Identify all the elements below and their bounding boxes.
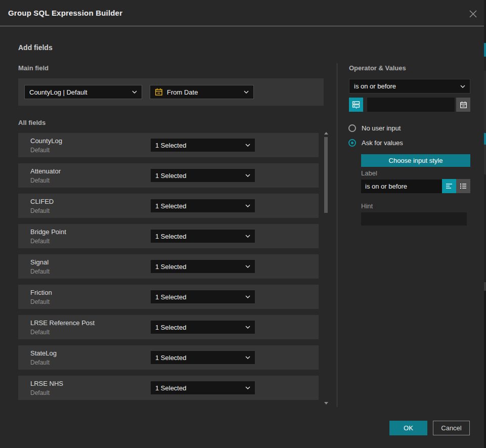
- label-field-label: Label: [361, 169, 377, 177]
- field-values-dropdown-value: 1 Selected: [155, 142, 245, 149]
- chevron-down-icon: [245, 326, 250, 329]
- layer-dropdown-value: CountyLog | Default: [29, 88, 132, 96]
- field-name: Signal: [30, 258, 147, 266]
- chevron-down-icon: [245, 386, 250, 389]
- field-values-dropdown[interactable]: 1 Selected: [150, 290, 255, 304]
- field-name: LRSE Reference Post: [30, 319, 147, 327]
- field-row-lrse-reference-post: LRSE Reference Post Default 1 Selected: [18, 315, 319, 339]
- scrollbar-down-arrow[interactable]: [324, 401, 328, 405]
- radio-button: [348, 139, 356, 147]
- value-input[interactable]: [367, 98, 455, 112]
- calendar-date-icon: [155, 88, 163, 96]
- date-picker-button[interactable]: [456, 98, 470, 112]
- field-subtitle: Default: [30, 176, 147, 185]
- field-values-dropdown-value: 1 Selected: [155, 172, 245, 180]
- field-name: Friction: [30, 288, 147, 297]
- field-subtitle: Default: [30, 359, 147, 367]
- field-values-dropdown-value: 1 Selected: [155, 263, 245, 271]
- field-subtitle: Default: [30, 146, 147, 154]
- field-subtitle: Default: [30, 207, 147, 215]
- operator-dropdown[interactable]: is on or before: [349, 79, 470, 94]
- single-line-input-style-button[interactable]: [442, 179, 456, 193]
- main-field-heading: Main field: [18, 64, 49, 72]
- field-name: Bridge Point: [30, 228, 147, 236]
- chevron-down-icon: [244, 91, 249, 94]
- chevron-down-icon: [460, 85, 465, 88]
- add-fields-heading: Add fields: [18, 43, 53, 52]
- close-icon[interactable]: [468, 9, 478, 19]
- radio-label: No user input: [362, 124, 401, 132]
- main-field-dropdown[interactable]: From Date: [150, 85, 254, 99]
- field-row-attenuator: Attenuator Default 1 Selected: [18, 163, 319, 188]
- field-subtitle: Default: [30, 267, 147, 276]
- field-row-signal: Signal Default 1 Selected: [18, 254, 319, 279]
- field-name: CLIFED: [30, 197, 147, 206]
- all-fields-heading: All fields: [18, 119, 46, 126]
- field-values-dropdown-value: 1 Selected: [155, 293, 245, 301]
- background-app-edge: [484, 0, 486, 448]
- field-row-bridge-point: Bridge Point Default 1 Selected: [18, 224, 319, 248]
- chevron-down-icon: [245, 174, 250, 177]
- chevron-down-icon: [245, 356, 250, 359]
- field-name: Attenuator: [30, 167, 147, 175]
- field-values-dropdown[interactable]: 1 Selected: [150, 199, 255, 213]
- field-row-statelog: StateLog Default 1 Selected: [18, 345, 319, 370]
- set-from-data-button[interactable]: [349, 98, 363, 112]
- field-name: CountyLog: [30, 137, 147, 145]
- chevron-down-icon: [245, 144, 250, 147]
- radio-ask-for-values[interactable]: Ask for values: [348, 139, 403, 147]
- scrollbar-up-arrow[interactable]: [324, 131, 328, 135]
- field-values-dropdown[interactable]: 1 Selected: [150, 229, 255, 243]
- group-sql-expression-builder-dialog: { "dialog": { "title": "Group SQL Expres…: [0, 0, 486, 448]
- field-values-dropdown-value: 1 Selected: [155, 354, 245, 362]
- field-values-dropdown[interactable]: 1 Selected: [150, 320, 255, 334]
- hint-input[interactable]: [361, 212, 467, 226]
- ok-button[interactable]: OK: [389, 421, 427, 435]
- field-values-dropdown[interactable]: 1 Selected: [150, 168, 255, 183]
- field-values-dropdown-value: 1 Selected: [155, 233, 245, 240]
- field-subtitle: Default: [30, 328, 147, 336]
- chevron-down-icon: [245, 235, 250, 238]
- field-values-dropdown-value: 1 Selected: [155, 384, 245, 392]
- field-values-dropdown[interactable]: 1 Selected: [150, 381, 255, 395]
- chevron-down-icon: [132, 91, 137, 94]
- field-values-dropdown-value: 1 Selected: [155, 324, 245, 331]
- field-row-clifed: CLIFED Default 1 Selected: [18, 194, 319, 218]
- main-field-dropdown-value: From Date: [167, 88, 240, 96]
- field-name: LRSE NHS: [30, 379, 147, 388]
- chevron-down-icon: [245, 295, 250, 298]
- chevron-down-icon: [245, 204, 250, 207]
- choose-input-style-button[interactable]: Choose input style: [361, 154, 470, 167]
- layer-dropdown[interactable]: CountyLog | Default: [24, 85, 142, 99]
- radio-button: [348, 124, 356, 132]
- dialog-header: Group SQL Expression Builder: [0, 0, 484, 26]
- operator-dropdown-value: is on or before: [354, 82, 460, 90]
- field-subtitle: Default: [30, 389, 147, 397]
- label-input[interactable]: [361, 180, 442, 193]
- field-row-countylog: CountyLog Default 1 Selected: [18, 133, 319, 157]
- list-input-style-button[interactable]: [456, 179, 470, 193]
- scrollbar-thumb[interactable]: [324, 137, 328, 213]
- field-values-dropdown[interactable]: 1 Selected: [150, 259, 255, 274]
- dialog-title: Group SQL Expression Builder: [8, 9, 122, 17]
- field-values-dropdown[interactable]: 1 Selected: [150, 138, 255, 152]
- panel-divider: [337, 63, 337, 407]
- calendar-icon: [460, 101, 467, 109]
- field-subtitle: Default: [30, 298, 147, 306]
- radio-label: Ask for values: [362, 139, 403, 147]
- chevron-down-icon: [245, 265, 250, 268]
- field-row-friction: Friction Default 1 Selected: [18, 285, 319, 309]
- cancel-button[interactable]: Cancel: [433, 421, 470, 435]
- operator-values-heading: Operator & Values: [349, 64, 406, 72]
- field-values-dropdown[interactable]: 1 Selected: [150, 350, 255, 365]
- field-row-lrse-nhs: LRSE NHS Default 1 Selected: [18, 376, 319, 400]
- align-left-lines-icon: [446, 183, 453, 190]
- field-name: StateLog: [30, 349, 147, 357]
- stacked-values-icon: [352, 101, 360, 109]
- radio-no-user-input[interactable]: No user input: [348, 124, 401, 132]
- field-values-dropdown-value: 1 Selected: [155, 202, 245, 210]
- bulleted-list-icon: [460, 183, 467, 190]
- hint-field-label: Hint: [361, 202, 373, 210]
- field-subtitle: Default: [30, 237, 147, 245]
